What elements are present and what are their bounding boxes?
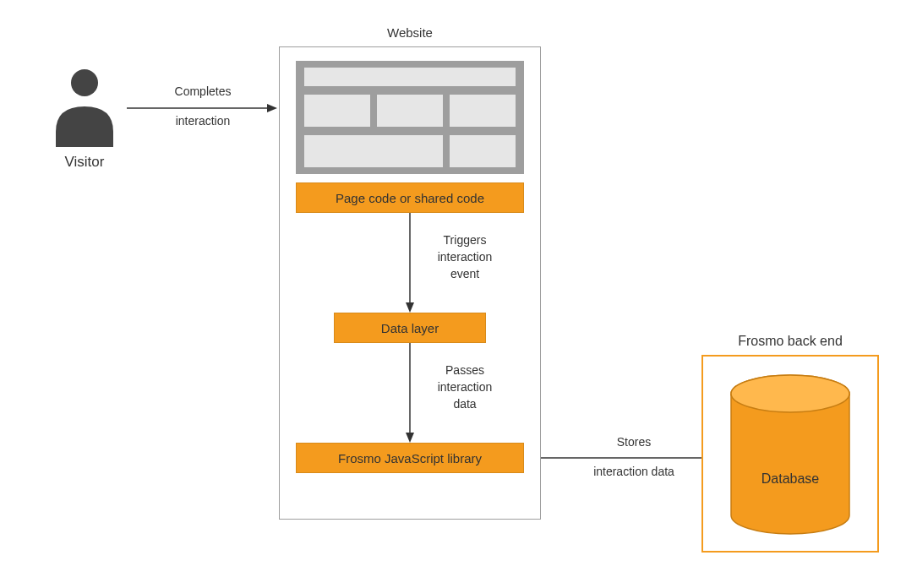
svg-point-0 (71, 69, 98, 96)
box-data-layer-label: Data layer (381, 321, 439, 335)
arrow3-label-line1: Passes (423, 363, 507, 377)
arrow-triggers-event (401, 213, 418, 314)
arrow3-label-line3: data (423, 397, 507, 411)
visitor-icon (51, 66, 118, 147)
diagram-stage: Visitor Completes interaction Website Pa… (0, 0, 917, 588)
wireframe-icon (296, 61, 524, 174)
arrow2-label-line3: event (423, 267, 507, 280)
website-title: Website (279, 25, 541, 40)
database-label: Database (729, 471, 852, 487)
svg-marker-6 (406, 433, 414, 443)
arrow2-label-line1: Triggers (423, 233, 507, 247)
backend-title: Frosmo back end (701, 334, 879, 349)
arrow-passes-data (401, 343, 418, 444)
arrow4-label-line2: interaction data (583, 465, 685, 478)
arrow1-label-line2: interaction (161, 114, 245, 128)
arrow3-label-line2: interaction (423, 380, 507, 394)
svg-point-10 (731, 375, 849, 412)
svg-marker-4 (406, 302, 414, 313)
arrow2-label-line2: interaction (423, 250, 507, 264)
visitor-label: Visitor (42, 154, 127, 171)
box-page-code-label: Page code or shared code (336, 191, 484, 205)
box-js-library-label: Frosmo JavaScript library (338, 451, 482, 466)
database-icon (729, 373, 852, 536)
box-data-layer: Data layer (334, 313, 486, 343)
box-js-library: Frosmo JavaScript library (296, 443, 524, 473)
box-page-code: Page code or shared code (296, 182, 524, 213)
svg-marker-2 (267, 104, 277, 112)
arrow4-label-line1: Stores (583, 435, 685, 449)
arrow1-label-line1: Completes (161, 84, 245, 98)
